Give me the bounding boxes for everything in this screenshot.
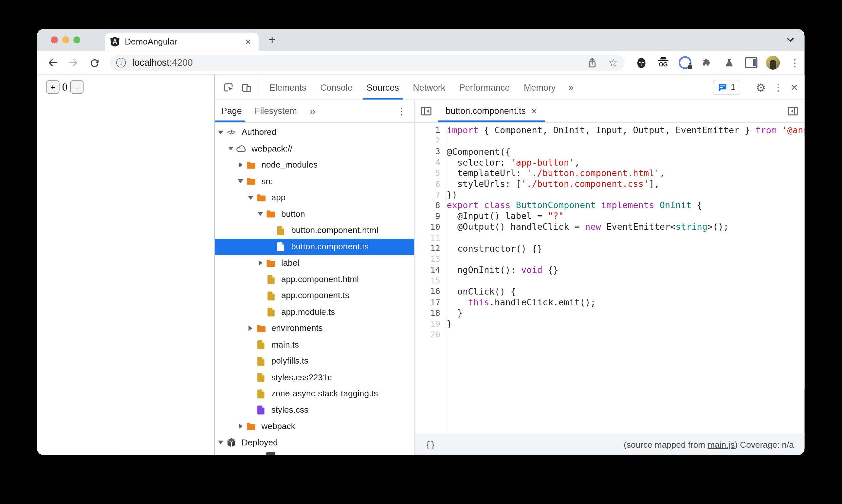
issues-button[interactable]: 1 bbox=[713, 80, 740, 95]
mask-extension-icon[interactable] bbox=[634, 56, 648, 70]
flask-extension-icon[interactable] bbox=[722, 56, 736, 70]
line-number[interactable]: 19 bbox=[414, 319, 447, 328]
reload-button[interactable] bbox=[86, 55, 102, 71]
line-number[interactable]: 13 bbox=[414, 254, 447, 264]
line-number[interactable]: 4 bbox=[414, 158, 447, 167]
devtools-tab-sources[interactable]: Sources bbox=[359, 75, 406, 100]
extensions-puzzle-icon[interactable] bbox=[700, 56, 714, 70]
expander-right-icon[interactable] bbox=[256, 260, 265, 266]
minimize-window-button[interactable] bbox=[62, 36, 69, 43]
navigator-tab-filesystem[interactable]: Filesystem bbox=[248, 100, 303, 122]
code-editor[interactable]: 1import { Component, OnInit, Input, Outp… bbox=[414, 123, 804, 434]
new-tab-button[interactable]: + bbox=[264, 31, 280, 48]
navigator-menu-icon[interactable]: ⋮ bbox=[389, 100, 414, 122]
site-info-icon[interactable]: i bbox=[116, 58, 126, 68]
expander-down-icon[interactable] bbox=[226, 147, 235, 150]
incognito-og-extension-icon[interactable]: OG bbox=[656, 56, 670, 70]
line-number[interactable]: 9 bbox=[414, 212, 447, 221]
tree-item-button-component-ts[interactable]: button.component.ts bbox=[215, 238, 414, 255]
tree-item-app-component-html[interactable]: app.component.html bbox=[215, 271, 414, 288]
line-number[interactable]: 8 bbox=[414, 201, 447, 210]
expander-right-icon[interactable] bbox=[236, 162, 245, 167]
browser-menu-icon[interactable]: ⋮ bbox=[788, 56, 802, 70]
line-number[interactable]: 20 bbox=[414, 330, 447, 339]
expander-right-icon[interactable] bbox=[236, 424, 245, 429]
back-button[interactable] bbox=[44, 55, 60, 71]
tree-item-zone-async-stack-tagging-ts[interactable]: zone-async-stack-tagging.ts bbox=[215, 385, 414, 402]
tree-item-authored[interactable]: </>Authored bbox=[215, 124, 414, 141]
expander-right-icon[interactable] bbox=[246, 326, 255, 331]
devtools-tab-memory[interactable]: Memory bbox=[517, 75, 563, 100]
devtools-close-icon[interactable]: ✕ bbox=[791, 82, 798, 93]
expander-down-icon[interactable] bbox=[246, 196, 255, 199]
tab-search-chevron-icon[interactable] bbox=[784, 34, 796, 46]
tree-item-webpack[interactable]: webpack bbox=[215, 418, 414, 435]
devtools-tab-console[interactable]: Console bbox=[313, 75, 360, 100]
line-number[interactable]: 12 bbox=[414, 244, 447, 253]
tree-item-node-modules[interactable]: node_modules bbox=[215, 157, 414, 173]
browser-tab[interactable]: A DemoAngular ✕ bbox=[105, 33, 259, 51]
password-manager-extension-icon[interactable] bbox=[678, 56, 692, 70]
tree-item-environments[interactable]: environments bbox=[215, 320, 414, 337]
line-number[interactable]: 1 bbox=[414, 125, 447, 135]
line-number[interactable]: 17 bbox=[414, 298, 447, 307]
decrement-button[interactable]: - bbox=[70, 80, 84, 94]
url-text[interactable]: localhost:4200 bbox=[132, 57, 588, 68]
toggle-sidebar-panel-icon[interactable] bbox=[781, 100, 804, 122]
devtools-tab-network[interactable]: Network bbox=[406, 75, 452, 100]
close-window-button[interactable] bbox=[51, 36, 58, 43]
line-number[interactable]: 10 bbox=[414, 222, 447, 232]
tree-item-polyfills-ts[interactable]: polyfills.ts bbox=[215, 353, 414, 369]
line-number[interactable]: 18 bbox=[414, 308, 447, 318]
line-number[interactable]: 7 bbox=[414, 190, 447, 199]
toggle-navigator-panel-icon[interactable] bbox=[414, 100, 438, 122]
tab-close-icon[interactable]: ✕ bbox=[243, 36, 253, 47]
tree-item-webpack-[interactable]: webpack:// bbox=[215, 140, 414, 157]
side-panel-extension-icon[interactable] bbox=[744, 56, 758, 70]
line-number[interactable]: 2 bbox=[414, 136, 447, 146]
expander-down-icon[interactable] bbox=[236, 180, 245, 183]
line-number[interactable]: 3 bbox=[414, 147, 447, 157]
expander-down-icon[interactable] bbox=[216, 441, 225, 445]
share-icon[interactable] bbox=[588, 58, 597, 68]
tree-item-button[interactable]: button bbox=[215, 206, 414, 222]
tree-item-button-component-html[interactable]: button.component.html bbox=[215, 222, 414, 238]
inspect-element-icon[interactable] bbox=[219, 75, 237, 100]
tree-item-app[interactable]: app bbox=[215, 190, 414, 206]
increment-button[interactable]: + bbox=[46, 80, 59, 94]
bookmark-star-icon[interactable]: ☆ bbox=[609, 57, 618, 68]
editor-tab[interactable]: button.component.ts ✕ bbox=[438, 100, 545, 122]
navigator-more-tabs-icon[interactable]: » bbox=[303, 100, 322, 122]
device-toolbar-icon[interactable] bbox=[237, 75, 256, 100]
address-bar[interactable]: i localhost:4200 ☆ bbox=[110, 55, 624, 71]
devtools-menu-icon[interactable]: ⋮ bbox=[773, 82, 783, 93]
tree-item-main-ts[interactable]: main.ts bbox=[215, 337, 414, 353]
maximize-window-button[interactable] bbox=[73, 36, 80, 43]
editor-tab-close-icon[interactable]: ✕ bbox=[531, 107, 537, 115]
line-number[interactable]: 16 bbox=[414, 287, 447, 296]
more-panels-icon[interactable]: » bbox=[563, 75, 579, 100]
tree-item-styles-css[interactable]: styles.css bbox=[215, 402, 414, 418]
line-number[interactable]: 11 bbox=[414, 233, 447, 242]
devtools-tab-elements[interactable]: Elements bbox=[263, 75, 313, 100]
tree-item-app-module-ts[interactable]: app.module.ts bbox=[215, 304, 414, 320]
tree-item-src[interactable]: src bbox=[215, 173, 414, 190]
devtools-tab-performance[interactable]: Performance bbox=[452, 75, 517, 100]
profile-avatar[interactable] bbox=[766, 56, 780, 70]
tree-item-deployed[interactable]: Deployed bbox=[215, 435, 414, 451]
line-number[interactable]: 6 bbox=[414, 179, 447, 188]
source-map-link[interactable]: main.js bbox=[707, 440, 735, 449]
pretty-print-icon[interactable]: {} bbox=[425, 439, 436, 450]
tree-item-styles-css-231c[interactable]: styles.css?231c bbox=[215, 369, 414, 385]
tree-item-app-component-ts[interactable]: app.component.ts bbox=[215, 288, 414, 304]
expander-down-icon[interactable] bbox=[216, 130, 225, 134]
line-number[interactable]: 5 bbox=[414, 168, 447, 178]
expander-down-icon[interactable] bbox=[256, 212, 265, 216]
line-number[interactable]: 14 bbox=[414, 265, 447, 274]
tree-item-partial[interactable] bbox=[215, 451, 414, 455]
navigator-tab-page[interactable]: Page bbox=[215, 100, 248, 122]
forward-button[interactable] bbox=[66, 55, 82, 71]
line-number[interactable]: 15 bbox=[414, 276, 447, 285]
tree-item-label[interactable]: label bbox=[215, 255, 414, 271]
settings-gear-icon[interactable]: ⚙ bbox=[756, 82, 766, 93]
